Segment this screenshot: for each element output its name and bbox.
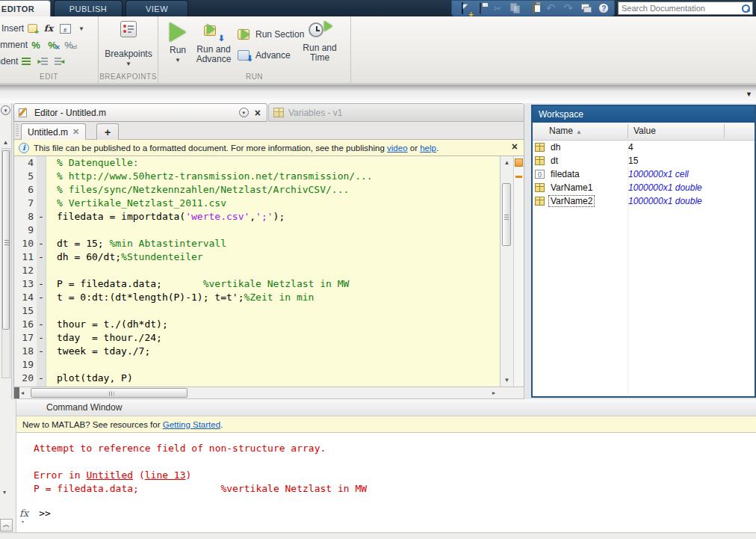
scroll-down-icon[interactable]: ▼ xyxy=(501,377,513,384)
line-number[interactable]: 9 xyxy=(14,224,37,237)
line-number[interactable]: 18 xyxy=(14,345,37,358)
toolstrip-collapse-icon[interactable]: ▼ xyxy=(746,90,752,98)
advance-button[interactable]: ⬇ Advance xyxy=(238,49,291,61)
code-editor-area[interactable]: 4% Datenquelle:5% http://www.50hertz-tra… xyxy=(13,156,524,386)
run-button[interactable]: Run ▼ xyxy=(163,22,193,64)
column-divider[interactable] xyxy=(628,124,628,138)
code-line-6[interactable]: 6% files/sync/Netzkennzahlen/Netzlast/Ar… xyxy=(14,183,500,197)
code-line-17[interactable]: 17-tday = thour./24; xyxy=(14,331,500,345)
line-number[interactable]: 19 xyxy=(14,358,37,372)
editor-vertical-scrollbar[interactable]: ▲ ▼ xyxy=(500,156,513,386)
code-line-8[interactable]: 8-filedata = importdata('werte.csv',';')… xyxy=(14,210,500,224)
tab-view[interactable]: VIEW xyxy=(126,0,188,16)
code-line-16[interactable]: 16-thour = t./(dh*dt); xyxy=(14,318,500,331)
executable-marker[interactable] xyxy=(37,264,46,277)
info-bar-close-icon[interactable]: × xyxy=(512,142,518,151)
workspace-row-dt[interactable]: dt15 xyxy=(533,154,755,167)
line-number[interactable]: 11 xyxy=(14,250,37,264)
line-number[interactable]: 16 xyxy=(14,318,37,331)
executable-marker[interactable]: - xyxy=(37,250,46,264)
line-number[interactable]: 12 xyxy=(14,264,37,277)
executable-marker[interactable]: - xyxy=(37,318,46,331)
comment-icon[interactable]: % xyxy=(28,38,44,52)
error-file-link[interactable]: Untitled xyxy=(86,469,133,481)
workspace-row-VarName2[interactable]: VarName21000000x1 double xyxy=(533,194,755,208)
left-scrollbar[interactable] xyxy=(1,148,10,378)
document-tab-close-icon[interactable]: ✕ xyxy=(72,127,79,137)
getting-started-link[interactable]: Getting Started xyxy=(163,420,220,429)
left-panel-expand-icon[interactable]: ▾ xyxy=(1,105,10,115)
left-scrollbar-thumb[interactable] xyxy=(2,150,10,330)
executable-marker[interactable]: - xyxy=(37,237,46,250)
undo-icon[interactable]: ↶ xyxy=(542,1,560,16)
line-number[interactable]: 20 xyxy=(14,372,37,385)
code-line-9[interactable]: 9 xyxy=(14,224,500,237)
line-number[interactable]: 15 xyxy=(14,304,37,318)
search-icon[interactable] xyxy=(741,4,750,13)
run-and-advance-button[interactable]: ⬇ Run and Advance xyxy=(194,22,233,64)
smart-indent-icon[interactable] xyxy=(18,55,34,68)
executable-marker[interactable] xyxy=(37,170,46,183)
code-line-13[interactable]: 13-P = filedata.data; %vertikale Netzlas… xyxy=(14,277,500,291)
code-line-7[interactable]: 7% Vertikale_Netzlast_2011.csv xyxy=(14,197,500,210)
executable-marker[interactable] xyxy=(37,304,46,318)
line-number[interactable]: 8 xyxy=(14,210,37,224)
workspace-header[interactable]: Workspace xyxy=(533,106,755,123)
code-lines[interactable]: 4% Datenquelle:5% http://www.50hertz-tra… xyxy=(14,156,500,386)
indent-left-icon[interactable]: ◂ xyxy=(51,55,67,68)
editor-vscroll-thumb[interactable] xyxy=(502,183,511,246)
line-number[interactable]: 14 xyxy=(14,291,37,304)
run-dropdown-icon[interactable]: ▼ xyxy=(175,57,181,64)
editor-panel-menu-icon[interactable]: ▾ xyxy=(239,108,249,117)
executable-marker[interactable]: - xyxy=(37,345,46,358)
executable-marker[interactable] xyxy=(37,358,46,372)
variable-name[interactable]: filedata xyxy=(549,169,628,179)
command-window-output[interactable]: Attempt to reference field of non-struct… xyxy=(16,433,756,532)
line-number[interactable]: 4 xyxy=(14,156,37,170)
variables-panel-tab[interactable]: Variables - v1 xyxy=(268,103,524,122)
warning-marker-icon[interactable] xyxy=(515,176,522,178)
code-line-19[interactable]: 19 xyxy=(14,358,500,372)
scroll-right-icon[interactable]: ▸ xyxy=(492,389,495,396)
executable-marker[interactable]: - xyxy=(37,372,46,385)
executable-marker[interactable]: - xyxy=(37,331,46,345)
redo-icon[interactable]: ↷ xyxy=(560,1,577,16)
insert-section-icon[interactable] xyxy=(24,22,40,35)
copy-icon[interactable] xyxy=(506,1,524,16)
code-line-10[interactable]: 10-dt = 15; %min Abtastintervall xyxy=(14,237,500,250)
search-documentation-box[interactable] xyxy=(618,1,753,15)
column-divider-2[interactable] xyxy=(724,124,725,138)
workspace-row-filedata[interactable]: {}filedata1000000x1 cell xyxy=(533,167,755,181)
new-script-icon[interactable]: ◤+ xyxy=(453,1,471,16)
window-layout-icon[interactable] xyxy=(577,1,595,16)
breakpoints-button[interactable]: Breakpoints ▼ xyxy=(112,21,145,67)
error-line-link[interactable]: line 13 xyxy=(145,469,186,481)
insert-annotation-icon[interactable]: fi xyxy=(57,22,73,35)
run-section-button[interactable]: Run Section xyxy=(238,28,304,40)
fx-hints-icon[interactable]: fx xyxy=(19,508,28,519)
help-icon[interactable]: ? xyxy=(595,1,613,16)
executable-marker[interactable]: - xyxy=(37,277,46,291)
name-column-header[interactable]: Name▲ xyxy=(549,126,582,136)
line-number[interactable]: 7 xyxy=(14,197,37,210)
run-and-time-button[interactable]: Run and Time xyxy=(299,21,341,63)
editor-panel-tab[interactable]: Editor - Untitled.m ▾ × xyxy=(13,103,267,122)
breakpoints-dropdown-icon[interactable]: ▼ xyxy=(126,61,131,67)
line-number[interactable]: 6 xyxy=(14,183,37,197)
executable-marker[interactable] xyxy=(37,197,46,210)
search-documentation-input[interactable] xyxy=(619,4,741,13)
insert-dropdown-icon[interactable]: ▼ xyxy=(73,22,90,35)
scroll-left-icon[interactable]: ◂ xyxy=(21,389,24,396)
tab-publish[interactable]: PUBLISH xyxy=(54,0,123,16)
line-number[interactable]: 17 xyxy=(14,331,37,345)
command-window-header[interactable]: Command Window xyxy=(16,399,756,416)
left-scroll-up-icon[interactable]: ▲ xyxy=(0,139,11,146)
expand-panel-icon[interactable]: ︿ xyxy=(0,519,13,532)
code-line-18[interactable]: 18-tweek = tday./7; xyxy=(14,345,500,358)
tab-editor[interactable]: EDITOR xyxy=(0,0,51,16)
info-bar-video-link[interactable]: video xyxy=(387,144,408,153)
code-line-14[interactable]: 14-t = 0:dt:(dt*length(P)-1); t=t';%Zeit… xyxy=(14,291,500,304)
executable-marker[interactable] xyxy=(37,156,46,170)
line-number[interactable]: 10 xyxy=(14,237,37,250)
code-line-11[interactable]: 11-dh = 60/dt;%Stundenteiler xyxy=(14,250,500,264)
